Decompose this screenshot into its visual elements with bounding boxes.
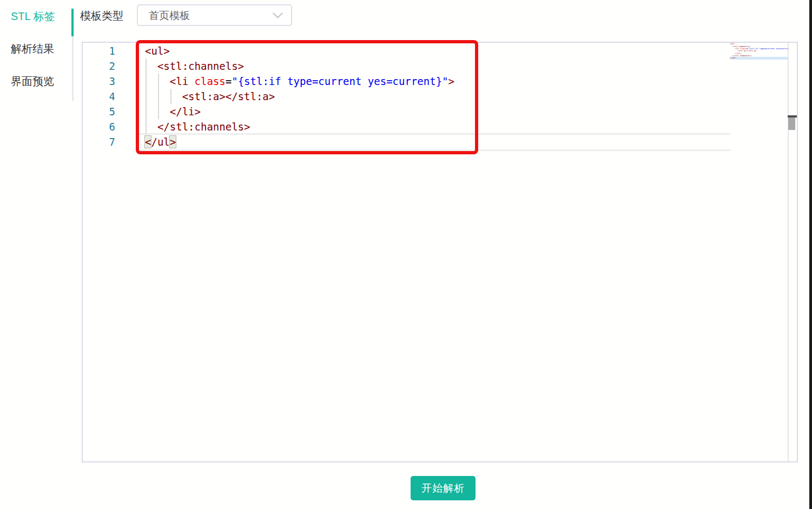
line-number[interactable]: 7 [83,134,145,149]
line-number[interactable]: 1 [83,43,145,58]
code-line[interactable]: </ul> [145,134,454,149]
window-right-edge [809,0,812,509]
code-token: </stl:channels> [157,121,250,133]
select-value: 首页模板 [149,5,190,25]
code-line[interactable]: </li> [145,104,454,119]
code-line[interactable]: <li class="{stl:if type=current yes=curr… [145,74,454,89]
line-number[interactable]: 2 [83,58,145,74]
parse-button[interactable]: 开始解析 [411,476,476,500]
editor-minimap[interactable]: <ul> <stl:channels> <li class="{stl:if t… [730,43,789,71]
code-line[interactable]: <stl:a></stl:a> [145,89,454,104]
bracket-match-highlight: > [170,136,176,148]
editor-code-area[interactable]: <ul> <stl:channels> <li class="{stl:if t… [145,43,454,149]
sidebar-item-stl-tags[interactable]: STL 标签 [0,0,72,32]
scrollbar-thumb[interactable] [788,118,795,130]
code-token: <stl:channels> [157,60,244,72]
code-token: "{stl:if type=current yes=current}" [232,75,448,87]
code-token [145,90,182,102]
code-line[interactable]: <ul> [145,43,454,58]
code-token: </li> [170,106,201,118]
code-token: <stl:a></stl:a> [182,90,275,102]
minimap-line: </ul> [730,57,789,59]
code-token [145,75,170,87]
template-type-select[interactable]: 首页模板 [137,4,292,26]
code-token: > [448,75,454,87]
chevron-down-icon [273,12,283,19]
code-token: <ul> [145,45,170,57]
line-number[interactable]: 5 [83,104,145,119]
active-tab-indicator [71,9,74,36]
code-token: <li [170,75,188,87]
sidebar-item-ui-preview[interactable]: 界面预览 [0,65,72,97]
line-number[interactable]: 6 [83,119,145,134]
minimap-content: <ul> <stl:channels> <li class="{stl:if t… [730,43,789,59]
code-line[interactable]: <stl:channels> [145,58,454,74]
line-number[interactable]: 4 [83,89,145,104]
code-token [145,106,170,118]
code-editor-panel: 1234567 <ul> <stl:channels> <li class="{… [82,42,798,462]
sidebar-item-parse-result[interactable]: 解析结果 [0,32,72,65]
template-type-label: 模板类型 [80,9,123,23]
bracket-match-highlight: < [145,136,151,148]
code-line[interactable]: </stl:channels> [145,119,454,134]
code-token [188,75,194,87]
bracket-match-highlight: > [735,57,736,60]
code-token [145,121,157,133]
editor-viewport[interactable]: 1234567 <ul> <stl:channels> <li class="{… [83,43,797,461]
line-number[interactable]: 3 [83,74,145,89]
code-token [145,60,157,72]
editor-scrollbar-track [788,43,789,461]
code-token: /ul [731,57,735,60]
code-token: class [195,75,226,87]
app-window: STL 标签 解析结果 界面预览 模板类型 首页模板 1234567 <ul> … [0,0,812,509]
code-token: = [226,75,232,87]
sidebar: STL 标签 解析结果 界面预览 [0,0,72,97]
editor-gutter[interactable]: 1234567 [83,43,145,149]
code-token: /ul [151,136,169,148]
